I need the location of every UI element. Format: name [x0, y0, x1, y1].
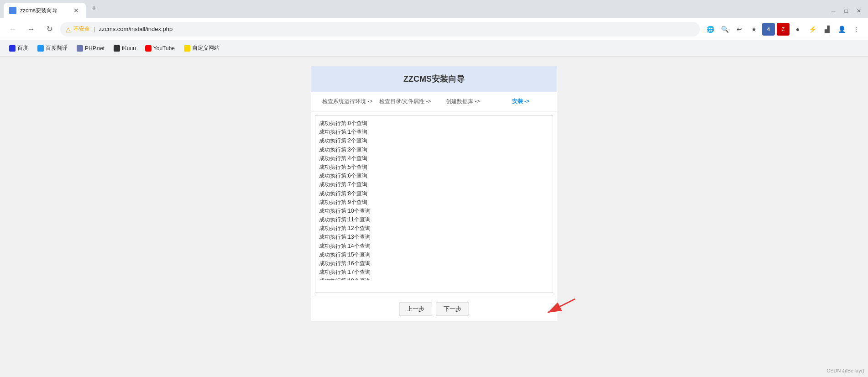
- php-label: PHP.net: [85, 45, 105, 52]
- log-line: 成功执行第:3个查询: [319, 146, 549, 154]
- sidebar-icon[interactable]: ▟: [821, 23, 833, 36]
- next-arrow-indicator: [539, 294, 584, 317]
- prev-button[interactable]: 上一步: [399, 303, 432, 315]
- bookmarks-bar: 百度 百度翻译 PHP.net iKuuu YouTube 自定义网站: [0, 40, 868, 57]
- log-line: 成功执行第:0个查询: [319, 119, 549, 128]
- url-separator: |: [94, 26, 95, 32]
- arrow-container: [539, 294, 584, 319]
- tab-close-button[interactable]: ✕: [72, 6, 80, 15]
- security-icon: △: [66, 26, 71, 33]
- bookmark-baidu[interactable]: 百度: [5, 42, 32, 54]
- log-line: 成功执行第:10个查询: [319, 207, 549, 215]
- translate-icon[interactable]: 🌐: [704, 23, 716, 36]
- share-icon[interactable]: ↩: [733, 23, 746, 36]
- extensions-icon[interactable]: ⚡: [806, 23, 819, 36]
- custom-favicon: [184, 45, 190, 52]
- installer-footer: 上一步 下一步: [311, 297, 557, 321]
- log-line: 成功执行第:17个查询: [319, 268, 549, 277]
- log-line: 成功执行第:6个查询: [319, 172, 549, 180]
- fanyi-label: 百度翻译: [46, 44, 68, 52]
- window-controls: ─ □ ✕: [100, 5, 868, 18]
- step-check-dir[interactable]: 检查目录/文件属性 ->: [376, 98, 434, 105]
- log-line: 成功执行第:18个查询: [319, 277, 549, 280]
- fanyi-favicon: [37, 45, 44, 52]
- bookmark-ikuuu[interactable]: iKuuu: [110, 43, 140, 53]
- extension2-icon[interactable]: Z: [777, 23, 790, 36]
- address-bar: ← → ↻ △ 不安全 | zzcms.com/install/index.ph…: [0, 18, 868, 40]
- bookmark-icon[interactable]: ★: [748, 23, 760, 36]
- log-line: 成功执行第:11个查询: [319, 215, 549, 224]
- tab-bar: zzcms安装向导 ✕ + ─ □ ✕: [0, 0, 868, 18]
- active-tab[interactable]: zzcms安装向导 ✕: [4, 3, 86, 18]
- watermark: CSDN @Beilay(): [826, 368, 864, 373]
- log-line: 成功执行第:1个查询: [319, 128, 549, 136]
- browser-window: zzcms安装向导 ✕ + ─ □ ✕ ← → ↻ △ 不安全 | zzcms.…: [0, 0, 868, 377]
- bookmark-fanyi[interactable]: 百度翻译: [34, 42, 71, 54]
- custom-label: 自定义网站: [192, 44, 220, 52]
- refresh-button[interactable]: ↻: [42, 22, 57, 37]
- log-line: 成功执行第:5个查询: [319, 163, 549, 172]
- log-line: 成功执行第:9个查询: [319, 198, 549, 207]
- tab-favicon: [9, 7, 16, 14]
- installer-panel: ZZCMS安装向导 检查系统运行环境 -> 检查目录/文件属性 -> 创建数据库…: [311, 66, 557, 321]
- next-button[interactable]: 下一步: [436, 303, 469, 315]
- steps-nav: 检查系统运行环境 -> 检查目录/文件属性 -> 创建数据库 -> 安装 ->: [311, 92, 557, 111]
- step-install[interactable]: 安装 ->: [492, 98, 550, 105]
- profile-icon[interactable]: 👤: [835, 23, 848, 36]
- bookmark-php[interactable]: PHP.net: [73, 43, 108, 53]
- maximize-button[interactable]: □: [841, 5, 852, 16]
- bookmark-custom[interactable]: 自定义网站: [180, 42, 223, 54]
- security-label: 不安全: [73, 25, 90, 33]
- svg-line-1: [548, 299, 575, 313]
- log-container: 成功执行第:0个查询成功执行第:1个查询成功执行第:2个查询成功执行第:3个查询…: [315, 115, 553, 293]
- bookmark-youtube[interactable]: YouTube: [141, 43, 178, 53]
- log-line: 成功执行第:13个查询: [319, 233, 549, 241]
- log-line: 成功执行第:2个查询: [319, 136, 549, 145]
- baidu-favicon: [9, 45, 16, 52]
- youtube-favicon: [145, 45, 152, 52]
- log-line: 成功执行第:12个查询: [319, 224, 549, 233]
- youtube-label: YouTube: [153, 45, 175, 52]
- log-line: 成功执行第:16个查询: [319, 259, 549, 268]
- log-scroll-area[interactable]: 成功执行第:0个查询成功执行第:1个查询成功执行第:2个查询成功执行第:3个查询…: [315, 115, 553, 280]
- url-bar[interactable]: △ 不安全 | zzcms.com/install/index.php: [60, 22, 700, 37]
- log-line: 成功执行第:8个查询: [319, 189, 549, 198]
- installer-title: ZZCMS安装向导: [403, 74, 465, 84]
- minimize-button[interactable]: ─: [828, 5, 839, 16]
- address-bar-icons: 🌐 🔍 ↩ ★ 4 Z ● ⚡ ▟ 👤 ⋮: [704, 23, 863, 36]
- close-button[interactable]: ✕: [853, 5, 864, 16]
- installer-header: ZZCMS安装向导: [311, 66, 557, 92]
- url-text: zzcms.com/install/index.php: [99, 26, 695, 32]
- step-create-db[interactable]: 创建数据库 ->: [434, 98, 492, 105]
- ikuuu-favicon: [114, 45, 120, 52]
- ikuuu-label: iKuuu: [122, 45, 136, 52]
- baidu-label: 百度: [17, 44, 28, 52]
- zoom-icon[interactable]: 🔍: [718, 23, 731, 36]
- tab-title: zzcms安装向导: [20, 7, 68, 15]
- php-favicon: [77, 45, 83, 52]
- extension1-icon[interactable]: 4: [762, 23, 775, 36]
- log-line: 成功执行第:15个查询: [319, 251, 549, 259]
- log-line: 成功执行第:14个查询: [319, 242, 549, 251]
- forward-button[interactable]: →: [24, 22, 38, 37]
- extension3-icon[interactable]: ●: [791, 23, 804, 36]
- menu-icon[interactable]: ⋮: [850, 23, 863, 36]
- log-line: 成功执行第:4个查询: [319, 154, 549, 163]
- back-button[interactable]: ←: [5, 22, 20, 37]
- step-check-env[interactable]: 检查系统运行环境 ->: [319, 98, 376, 105]
- page-content: ZZCMS安装向导 检查系统运行环境 -> 检查目录/文件属性 -> 创建数据库…: [0, 57, 868, 377]
- log-line: 成功执行第:7个查询: [319, 180, 549, 189]
- new-tab-button[interactable]: +: [88, 2, 100, 15]
